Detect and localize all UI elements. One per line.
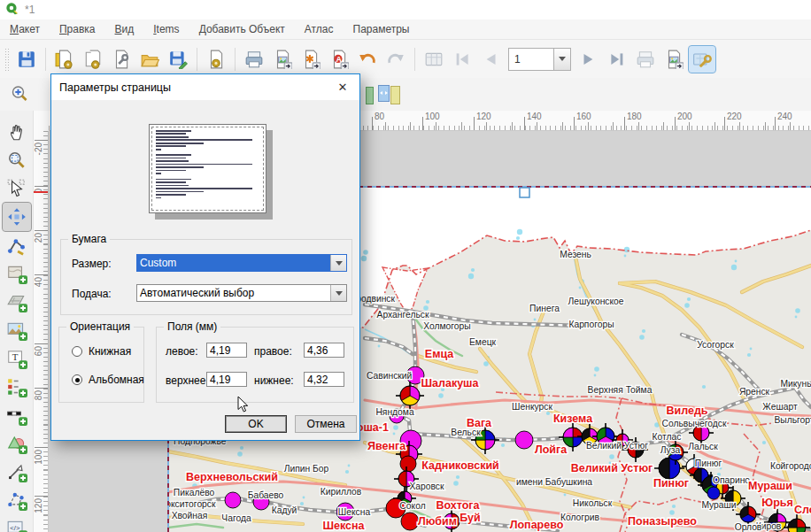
edit-nodes-item-button[interactable] (3, 231, 31, 259)
svg-text:Пинюг: Пинюг (695, 459, 722, 468)
open-template-button[interactable] (136, 46, 163, 73)
chevron-down-icon[interactable] (330, 285, 346, 301)
svg-text:Емца: Емца (425, 348, 454, 360)
menu-параметры[interactable]: Параметры (344, 19, 420, 39)
add-map-button[interactable] (3, 259, 31, 288)
toolbar-grip[interactable] (4, 48, 10, 71)
select-move-item-button[interactable] (3, 174, 31, 203)
print-button[interactable] (241, 46, 267, 73)
svg-text:Хвойная: Хвойная (172, 511, 208, 520)
svg-text:A: A (336, 54, 342, 63)
qgis-layout-window: { "window": {"title": "*1"}, "menubar": … (0, 0, 811, 532)
svg-text:Лопарево: Лопарево (510, 519, 564, 531)
move-item-content-button[interactable] (3, 203, 31, 231)
layout-manager-button[interactable] (108, 46, 135, 73)
pan-tool-button[interactable] (3, 118, 31, 146)
portrait-label[interactable]: Книжная (89, 345, 131, 358)
svg-text:Сольвычегодск: Сольвычегодск (662, 419, 727, 428)
margin-top-field[interactable] (206, 372, 247, 387)
svg-text:Шалакуша: Шалакуша (421, 377, 480, 389)
chevron-down-icon[interactable] (330, 255, 346, 271)
export-svg-button[interactable] (297, 46, 324, 73)
undo-button[interactable] (354, 46, 381, 73)
menu-правка[interactable]: Правка (50, 19, 105, 39)
svg-text:Кадуй: Кадуй (272, 505, 297, 515)
margin-right-field[interactable] (304, 343, 344, 358)
ruler-position-marker (34, 191, 49, 193)
add-picture-button[interactable] (3, 316, 31, 344)
svg-text:</>: </> (10, 524, 20, 532)
vertical-ruler: -20020406080100120 (34, 131, 49, 532)
svg-text:Кириллов: Кириллов (321, 487, 362, 497)
export-pdf-button[interactable]: A (326, 46, 352, 73)
atlas-next-feature-button[interactable] (575, 46, 602, 73)
margin-left-field[interactable] (206, 343, 247, 358)
menu-вид[interactable]: Вид (105, 19, 144, 39)
add-node-item-button[interactable] (3, 486, 31, 514)
svg-text:Пинега: Пинега (529, 304, 560, 313)
main-toolbar: A1 (0, 40, 811, 78)
svg-text:Явенга: Явенга (367, 440, 406, 452)
toolbar-separator (197, 48, 197, 71)
paper-source-select[interactable]: Автоматический выбор (136, 284, 347, 302)
atlas-settings-button[interactable] (689, 46, 715, 73)
partially-hidden-toolbar-icon-yellow[interactable] (390, 86, 400, 104)
menu-items[interactable]: Items (143, 19, 189, 39)
save-layout-button[interactable] (13, 46, 40, 73)
svg-text:Пинюг: Пинюг (653, 477, 689, 490)
svg-text:Верхневольский: Верхневольский (186, 471, 278, 483)
landscape-label[interactable]: Альбомная (89, 374, 144, 386)
add-arrow-button[interactable] (3, 458, 31, 486)
export-atlas-button[interactable] (660, 46, 687, 73)
ok-button[interactable]: OK (225, 415, 287, 433)
save-as-template-button[interactable] (165, 46, 191, 73)
add-3d-map-button[interactable] (3, 288, 31, 316)
zoom-in-button[interactable] (6, 81, 33, 107)
menu-атлас[interactable]: Атлас (295, 19, 344, 39)
selection-handle[interactable] (520, 188, 529, 197)
svg-text:Луза: Луза (660, 445, 681, 455)
svg-text:Орлов: Орлов (735, 522, 762, 532)
landscape-radio[interactable] (72, 374, 82, 385)
svg-text:Харовск: Харовск (409, 482, 444, 491)
orientation-group: Ориентация Книжная Альбомная (58, 327, 144, 403)
duplicate-layout-button[interactable] (80, 46, 106, 73)
atlas-last-feature-button[interactable] (604, 46, 630, 73)
svg-text:Великий Устюг: Великий Устюг (571, 462, 653, 474)
add-label-button[interactable]: T (3, 344, 31, 373)
chevron-down-icon[interactable] (553, 48, 571, 71)
export-image-button[interactable] (269, 46, 296, 73)
svg-text:Вохтога: Вохтога (436, 499, 480, 512)
new-layout-button[interactable] (51, 46, 78, 73)
new-from-template-button[interactable] (203, 46, 229, 73)
margin-bottom-field[interactable] (304, 372, 344, 387)
partially-hidden-toolbar-icon-green[interactable] (366, 87, 374, 104)
svg-text:Шексна: Шексна (322, 520, 365, 532)
close-icon[interactable]: ✕ (335, 79, 351, 95)
svg-text:Слободской: Слободской (794, 504, 811, 516)
svg-text:Буй: Буй (460, 512, 480, 524)
svg-text:Савинский: Савинский (367, 371, 413, 381)
menu-добавить-объект[interactable]: Добавить Объект (189, 19, 295, 39)
size-label: Размер: (72, 258, 112, 270)
zoom-tool-button[interactable] (3, 146, 31, 174)
paper-group-label: Бумага (68, 233, 110, 245)
margins-group: Поля (мм) левое: правое: верхнее: нижнее… (156, 327, 354, 403)
dialog-titlebar[interactable]: Параметры страницы ✕ (51, 74, 359, 100)
paper-source-value: Автоматический выбор (137, 285, 330, 301)
add-legend-button[interactable] (3, 373, 31, 401)
portrait-radio[interactable] (72, 346, 82, 357)
add-scalebar-button[interactable] (3, 401, 31, 429)
add-html-button[interactable]: </> (3, 514, 31, 532)
paper-size-select[interactable]: Custom (136, 254, 347, 272)
menu-макет[interactable]: Макет (0, 19, 50, 39)
atlas-page-combo[interactable]: 1 (508, 48, 571, 71)
svg-text:Вага: Вага (467, 417, 492, 429)
page-number-value[interactable]: 1 (508, 48, 553, 71)
cancel-button[interactable]: Отмена (295, 415, 357, 433)
add-shape-button[interactable] (3, 429, 31, 458)
partially-hidden-toolbar-icon-blue[interactable] (378, 85, 390, 102)
paper-group: Бумага Размер: Custom Подача: Автоматиче… (60, 239, 352, 315)
window-titlebar[interactable]: *1 (0, 0, 811, 19)
dialog-title: Параметры страницы (59, 81, 171, 94)
